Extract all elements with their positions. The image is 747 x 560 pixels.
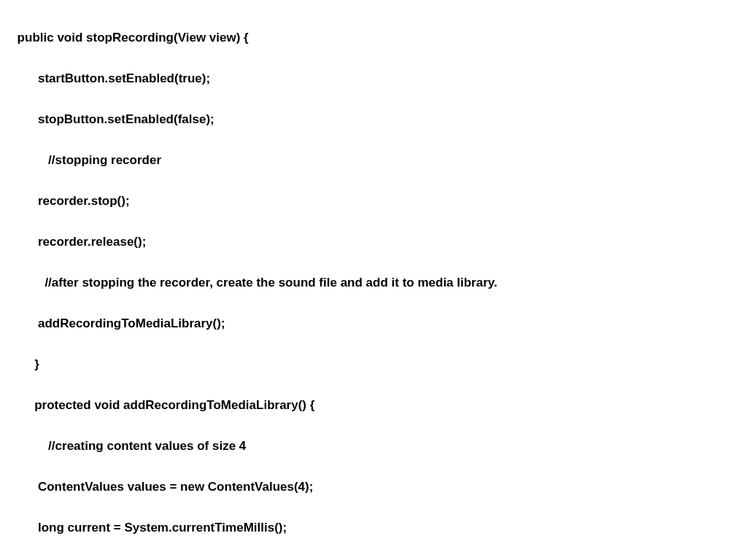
- code-line: ContentValues values = new ContentValues…: [0, 477, 747, 497]
- code-line: long current = System.currentTimeMillis(…: [0, 518, 747, 538]
- code-line: addRecordingToMediaLibrary();: [0, 314, 747, 334]
- code-line: stopButton.setEnabled(false);: [0, 109, 747, 130]
- code-line: //creating content values of size 4: [0, 436, 747, 456]
- code-line: }: [0, 354, 747, 375]
- code-snippet: public void stopRecording(View view) { s…: [0, 0, 747, 560]
- code-line: //after stopping the recorder, create th…: [0, 273, 747, 293]
- code-line: //stopping recorder: [0, 150, 747, 171]
- code-line: recorder.release();: [0, 232, 747, 252]
- code-line: recorder.stop();: [0, 191, 747, 211]
- code-line: public void stopRecording(View view) {: [0, 28, 747, 48]
- code-line: protected void addRecordingToMediaLibrar…: [0, 395, 747, 416]
- code-line: startButton.setEnabled(true);: [0, 69, 747, 89]
